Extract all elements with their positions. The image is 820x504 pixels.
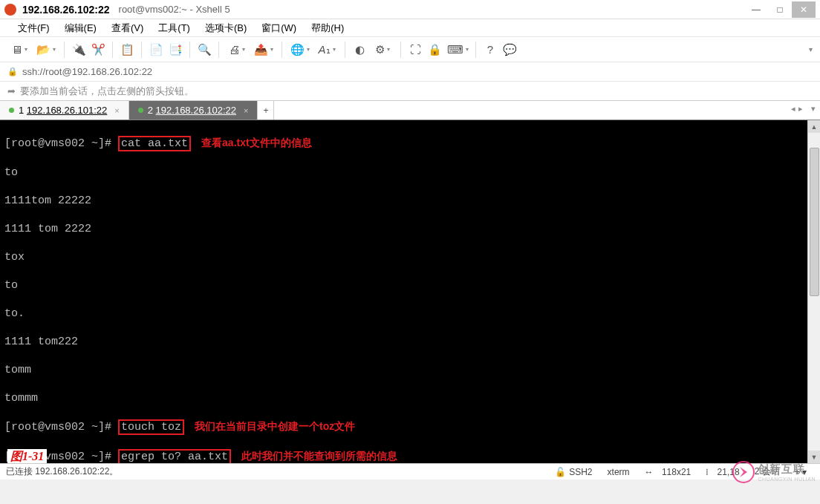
lock-icon: 🔒: [7, 67, 18, 76]
toolbar-separator: [400, 42, 401, 58]
watermark: 创新互联 CHUANGXIN HULIAN: [732, 461, 816, 483]
find-button[interactable]: 🔍: [196, 42, 212, 58]
address-text: ssh://root@192.168.26.102:22: [22, 66, 152, 77]
menu-edit[interactable]: 编辑(E): [57, 22, 104, 35]
terminal[interactable]: [root@vms002 ~]# cat aa.txt查看aa.txt文件中的信…: [0, 120, 807, 463]
help-button[interactable]: ?: [482, 42, 498, 58]
term-line: to.: [4, 307, 803, 321]
window-title-main: 192.168.26.102:22: [22, 4, 110, 16]
tab-2[interactable]: 2 192.168.26.102:22 ×: [129, 101, 258, 120]
term-line: tox: [4, 250, 803, 264]
watermark-sub: CHUANGXIN HULIAN: [758, 477, 816, 482]
annotation: 此时我们并不能查询到所需的信息: [241, 450, 397, 462]
tab-close-icon[interactable]: ×: [244, 106, 248, 115]
annotation: 我们在当前目录中创建一个toz文件: [195, 420, 355, 432]
color-button[interactable]: ◐: [351, 42, 368, 58]
size-icon: ↔: [645, 467, 654, 477]
open-button[interactable]: 📂: [34, 42, 58, 58]
watermark-text: 创新互联: [758, 462, 805, 475]
status-bar: 已连接 192.168.26.102:22。 🔓SSH2 xterm ↔ 118…: [0, 463, 820, 480]
cmd-hl: cat aa.txt: [118, 136, 191, 151]
toolbar-separator: [345, 42, 345, 58]
menu-window[interactable]: 窗口(W): [254, 22, 304, 35]
term-line: to: [4, 166, 803, 180]
toolbar-separator: [282, 42, 282, 58]
term-line: 1111tom 22222: [4, 194, 803, 208]
menu-tools[interactable]: 工具(T): [151, 22, 198, 35]
status-size: 118x21: [662, 467, 691, 477]
tab-num: 2: [148, 105, 153, 116]
prompt: [root@vms002 ~]#: [4, 421, 111, 433]
tab-nav: ◂ ▸ ▾: [791, 104, 816, 114]
menu-file[interactable]: 文件(F): [10, 22, 57, 35]
maximize-button[interactable]: □: [768, 1, 792, 18]
annotation: 查看aa.txt文件中的信息: [201, 137, 312, 148]
reconnect-button[interactable]: 🔌: [71, 42, 87, 58]
app-icon: [4, 4, 16, 16]
encoding-button[interactable]: 🌐: [288, 42, 312, 58]
keyboard-button[interactable]: ⌨: [446, 42, 469, 58]
toolbar-separator: [112, 42, 113, 58]
toolbar-separator: [141, 42, 142, 58]
properties-button[interactable]: 📋: [119, 42, 135, 58]
scrollbar[interactable]: ▲ ▼: [807, 120, 820, 463]
status-dot-icon: [138, 108, 143, 113]
tab-1[interactable]: 1 192.168.26.101:22 ×: [0, 101, 129, 120]
toolbar: 🖥 📂 🔌 ✂️ 📋 📄 📑 🔍 🖨 📤 🌐 A₁ ◐ ⚙ ⛶ 🔒 ⌨ ? 💬 …: [0, 37, 820, 62]
watermark-icon: [732, 461, 755, 483]
menu-tab[interactable]: 选项卡(B): [198, 22, 254, 35]
copy-button[interactable]: 📄: [148, 42, 164, 58]
feedback-button[interactable]: 💬: [501, 42, 518, 58]
tab-list-icon[interactable]: ▾: [811, 104, 816, 114]
add-tab-button[interactable]: +: [258, 101, 274, 120]
toolbar-separator: [189, 42, 190, 58]
status-proto: SSH2: [569, 467, 592, 477]
disconnect-button[interactable]: ✂️: [90, 42, 106, 58]
lock-icon: 🔓: [555, 467, 566, 477]
term-line: 1111 tom222: [4, 335, 803, 349]
add-session-arrow-icon[interactable]: ➦: [7, 85, 16, 96]
term-line: to: [4, 278, 803, 292]
tab-next-icon[interactable]: ▸: [798, 104, 803, 114]
fullscreen-button[interactable]: ⛶: [407, 42, 423, 58]
print-button[interactable]: 🖨: [225, 42, 249, 58]
term-line: tommm: [4, 391, 803, 405]
tab-prev-icon[interactable]: ◂: [791, 104, 795, 114]
cmd-hl: touch toz: [118, 419, 184, 435]
term-line: 1111 tom 2222: [4, 222, 803, 236]
prompt: [root@vms002 ~]#: [4, 137, 111, 150]
status-connection: 已连接 192.168.26.102:22。: [6, 465, 118, 478]
hint-bar: ➦ 要添加当前会话，点击左侧的箭头按钮。: [0, 82, 820, 101]
menu-help[interactable]: 帮助(H): [304, 22, 351, 35]
term-line: tomm: [4, 363, 803, 377]
paste-button[interactable]: 📑: [167, 42, 183, 58]
menu-bar: 文件(F) 编辑(E) 查看(V) 工具(T) 选项卡(B) 窗口(W) 帮助(…: [0, 19, 820, 37]
lock-button[interactable]: 🔒: [426, 42, 443, 58]
address-bar[interactable]: 🔒 ssh://root@192.168.26.102:22: [0, 62, 820, 82]
tab-close-icon[interactable]: ×: [114, 106, 119, 115]
window-title-sub: root@vms002:~ - Xshell 5: [119, 4, 230, 15]
title-bar: 192.168.26.102:22 root@vms002:~ - Xshell…: [0, 0, 820, 19]
tab-label: 192.168.26.102:22: [156, 105, 236, 116]
tab-label: 192.168.26.101:22: [27, 105, 107, 116]
toolbar-separator: [475, 42, 476, 58]
cursor-icon: ⁞: [706, 467, 709, 477]
status-dot-icon: [9, 108, 14, 113]
cmd-hl: egrep to? aa.txt: [118, 449, 231, 463]
transfer-button[interactable]: 📤: [252, 42, 276, 58]
font-button[interactable]: A₁: [315, 42, 339, 58]
tab-num: 1: [19, 105, 24, 116]
menu-view[interactable]: 查看(V): [104, 22, 151, 35]
minimize-button[interactable]: —: [744, 1, 768, 18]
new-session-button[interactable]: 🖥: [7, 42, 31, 58]
toolbar-separator: [218, 42, 219, 58]
close-button[interactable]: ✕: [792, 1, 816, 18]
tab-bar: 1 192.168.26.101:22 × 2 192.168.26.102:2…: [0, 101, 820, 120]
status-term: xterm: [600, 467, 637, 477]
script-button[interactable]: ⚙: [371, 42, 394, 58]
toolbar-overflow[interactable]: ▾: [809, 45, 813, 53]
toolbar-separator: [64, 42, 65, 58]
scroll-up-icon[interactable]: ▲: [808, 120, 820, 133]
scroll-thumb[interactable]: [810, 148, 819, 296]
hint-text: 要添加当前会话，点击左侧的箭头按钮。: [20, 85, 194, 98]
